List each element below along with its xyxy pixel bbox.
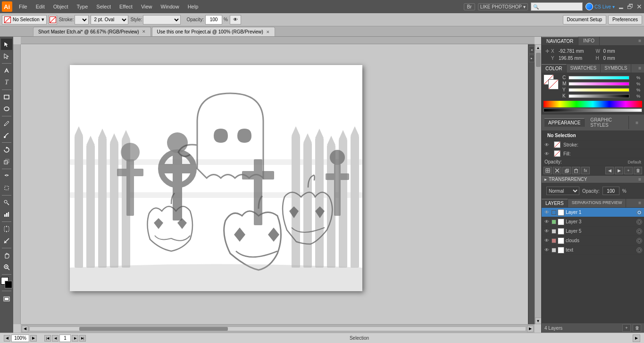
stroke-swatch-tool[interactable] [5,281,12,288]
tab-color[interactable]: COLOR [542,64,567,73]
color-panel-menu-icon[interactable]: ≡ [636,64,644,73]
tab-use-this-one[interactable]: Use this one for Project.ai @ 100% (RGB/… [152,27,275,36]
menu-type[interactable]: Type [73,3,92,10]
transparency-menu-icon[interactable]: ≡ [638,177,641,182]
color-bg-swatch[interactable] [548,79,559,90]
close-btn[interactable]: ✕ [636,3,642,10]
minimize-btn[interactable]: 🗕 [618,3,624,10]
opacity-input[interactable] [205,15,222,24]
free-transform-tool[interactable] [1,182,12,194]
layer-eye-5[interactable]: 👁 [544,229,550,234]
search-box[interactable]: 🔍 [531,2,583,11]
prev-page-btn[interactable]: ◀ [52,335,59,342]
layer-target-text[interactable] [636,247,642,253]
scroll-down-btn[interactable]: ▼ [535,318,542,324]
panel-toggle-btn-2[interactable]: ▸ [529,55,535,62]
fill-visibility-icon[interactable]: 👁 [544,151,551,156]
y-slider[interactable] [569,88,629,92]
menu-edit[interactable]: Edit [32,3,49,10]
ap-prev-btn[interactable]: ◀ [605,167,614,174]
zoom-out-btn[interactable]: ◀ [4,335,10,342]
tab-close-icon[interactable]: ✕ [142,29,146,34]
stroke-visibility-icon[interactable]: 👁 [544,142,551,147]
bw-spectrum-bar[interactable] [544,108,642,112]
workspace-btn[interactable]: LIKE PHOTOSHOP ▾ [478,3,528,10]
stroke-size-select[interactable]: 2 pt. Oval [91,15,128,24]
layer-eye-text[interactable]: 👁 [544,247,550,253]
appearance-menu-icon[interactable]: ≡ [633,119,641,127]
slice-tool[interactable] [1,235,12,246]
ap-next-btn[interactable]: ▶ [615,167,623,174]
tab-swatches[interactable]: SWATCHES [567,64,601,73]
blend-mode-select[interactable]: Normal [546,187,579,195]
next-page-btn[interactable]: ▶ [72,335,78,342]
first-page-btn[interactable]: |◀ [44,335,51,342]
layer-target-5[interactable] [636,229,642,234]
last-page-btn[interactable]: ▶| [79,335,86,342]
fill-appearance-swatch[interactable] [554,150,560,157]
ap-add-btn[interactable]: + [624,167,633,174]
tab-short-master[interactable]: Short Master Etch.ai* @ 66.67% (RGB/Prev… [33,27,151,36]
paintbrush-tool[interactable] [1,130,12,141]
stroke-appearance-swatch[interactable] [554,141,560,148]
type-tool[interactable]: T [1,77,12,88]
menu-help[interactable]: Help [184,3,202,10]
pen-tool[interactable] [1,65,12,76]
warp-tool[interactable] [1,171,12,182]
ellipse-tool[interactable] [1,103,12,114]
zoom-input[interactable] [11,335,29,342]
scroll-right-btn[interactable]: ▶ [527,326,534,332]
tab-graphic-styles[interactable]: GRAPHIC STYLES [586,116,629,129]
scroll-thumb[interactable] [536,53,541,67]
rotate-tool[interactable] [1,144,12,155]
ap-del-btn[interactable]: 🗑 [634,167,642,174]
menu-window[interactable]: Window [157,3,183,10]
menu-select[interactable]: Select [92,3,115,10]
panel-toggle-btn-1[interactable]: ◂ [529,46,535,54]
scroll-up-btn[interactable]: ▲ [535,44,542,51]
symbol-sprayer-tool[interactable] [1,197,12,208]
layer-eye-clouds[interactable]: 👁 [544,238,550,243]
vertical-scrollbar[interactable]: ▲ ▼ [535,44,541,324]
tab-close-icon-2[interactable]: ✕ [266,30,270,34]
menu-file[interactable]: File [15,3,31,10]
delete-item-btn[interactable] [572,167,580,174]
layer-target-1[interactable] [636,210,642,215]
k-slider[interactable] [569,94,629,98]
color-spectrum-bar[interactable] [544,101,642,107]
fx-btn[interactable]: fx [581,167,590,174]
layer-eye-1[interactable]: 👁 [544,210,550,215]
style-select[interactable] [143,15,181,24]
page-input[interactable] [59,335,71,342]
cs-live-indicator[interactable]: CS Live ▾ [585,3,615,10]
scroll-left-btn[interactable]: ◀ [22,326,28,332]
tab-navigator[interactable]: NAVIGATOR [542,37,578,45]
no-selection-dropdown[interactable]: No Selection ▾ [2,15,47,24]
panel-menu-icon[interactable]: ≡ [636,37,644,45]
pencil-tool[interactable] [1,118,12,129]
layer-target-3[interactable] [636,219,642,225]
clear-appearance-btn[interactable] [553,167,561,174]
restore-btn[interactable]: 🗗 [627,3,634,10]
stroke-color-box[interactable] [49,15,57,24]
preferences-button[interactable]: Preferences [608,15,642,24]
scale-tool[interactable] [1,156,12,167]
new-layer-btn[interactable]: + [622,324,631,332]
opacity-trans-input[interactable] [602,187,619,195]
menu-object[interactable]: Object [50,3,72,10]
transparency-header[interactable]: ▸ TRANSPARENCY ≡ [542,176,644,183]
duplicate-item-btn[interactable] [562,167,571,174]
layer-target-clouds[interactable] [636,238,642,244]
horizontal-scrollbar[interactable]: ◀ ▶ [21,324,535,333]
c-slider[interactable] [569,76,629,80]
h-scroll-thumb[interactable] [79,327,228,331]
artboard-tool[interactable] [1,223,12,235]
zoom-in-btn[interactable]: ▶ [30,335,37,342]
hand-tool[interactable] [1,250,12,261]
menu-view[interactable]: View [137,3,156,10]
zoom-tool[interactable] [1,261,12,273]
document-setup-button[interactable]: Document Setup [563,15,607,24]
tab-layers[interactable]: LAYERS [542,199,568,207]
tab-info[interactable]: INFO [578,37,600,45]
bridge-btn[interactable]: Br [464,3,475,10]
